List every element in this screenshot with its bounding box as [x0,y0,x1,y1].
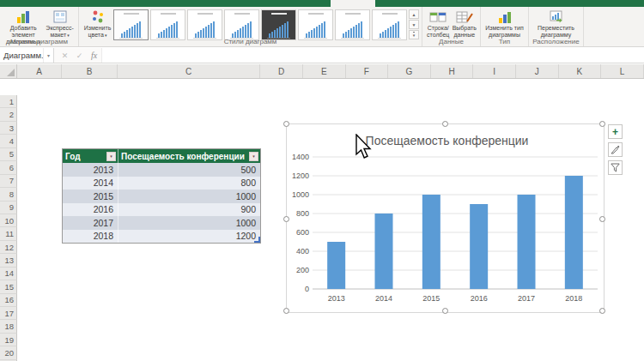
switch-row-column-icon [429,9,447,24]
chart-object[interactable]: Посещаемость конференции0200400600800100… [286,123,605,313]
chart-selection-handle[interactable] [442,308,448,314]
insert-function-icon[interactable]: fx [87,48,101,63]
quick-layout-button[interactable]: Экспресс-макет▾ [44,9,76,39]
column-header-D[interactable]: D [260,64,303,78]
change-chart-type-button[interactable]: Изменить тип диаграммы [483,9,526,39]
chart-style-thumbnail-7[interactable] [335,9,370,40]
table-cell-year[interactable]: 2016 [63,203,118,217]
bar-2017[interactable] [518,195,536,289]
filter-button-year[interactable]: ▾ [106,152,116,161]
row-header-1[interactable]: 1 [0,95,17,108]
table-cell-value[interactable]: 800 [118,177,260,190]
table-cell-year[interactable]: 2017 [63,216,118,230]
gallery-scroll-up-button[interactable]: ▲ [409,9,419,19]
chart-selection-handle[interactable] [599,308,605,314]
row-header-20[interactable]: 20 [0,346,17,359]
table-cell-year[interactable]: 2015 [63,190,118,203]
column-header-L[interactable]: L [601,64,644,78]
row-header-14[interactable]: 14 [0,268,17,280]
filter-arrow-icon: ▾ [110,153,112,159]
thumbnail-bar [390,27,392,38]
column-header-G[interactable]: G [388,64,431,78]
row-header-2[interactable]: 2 [0,108,17,121]
table-cell-year[interactable]: 2014 [63,177,118,190]
table-cell-value[interactable]: 500 [118,163,260,177]
select-data-label: Выбрать данные [453,25,477,39]
row-header-10[interactable]: 10 [0,214,17,227]
table-header-attendance[interactable]: Посещаемость конференции ▾ [118,149,260,163]
chart-selection-handle[interactable] [599,216,605,222]
table-cell-value[interactable]: 900 [118,203,260,217]
chart-selection-handle[interactable] [283,308,289,314]
move-chart-button[interactable]: Переместить диаграмму [532,9,580,39]
enter-icon[interactable]: ✓ [72,48,87,63]
row-header-4[interactable]: 4 [0,135,17,147]
chart-style-thumbnail-1[interactable] [113,9,149,40]
chart-style-thumbnail-3[interactable] [187,9,222,40]
bar-2015[interactable] [422,195,440,289]
table-cell-year[interactable]: 2013 [63,163,118,177]
row-header-8[interactable]: 8 [0,188,17,201]
table-cell-value[interactable]: 1200 [118,230,260,244]
column-header-K[interactable]: K [559,64,602,78]
cancel-icon[interactable]: ✕ [58,48,72,63]
thumbnail-title-line [124,13,139,15]
chart-style-thumbnail-6[interactable] [298,9,333,40]
chart-style-thumbnail-4[interactable] [224,9,259,40]
row-header-12[interactable]: 12 [0,241,17,254]
row-header-15[interactable]: 15 [0,280,17,293]
column-header-J[interactable]: J [516,64,559,78]
row-header-3[interactable]: 3 [0,122,17,135]
change-colors-icon [90,9,106,24]
formula-input[interactable] [101,48,644,63]
column-header-F[interactable]: F [346,64,389,78]
row-header-6[interactable]: 6 [0,161,17,174]
row-header-19[interactable]: 19 [0,334,17,346]
column-header-E[interactable]: E [303,64,346,78]
column-header-H[interactable]: H [431,64,474,78]
column-header-A[interactable]: A [17,64,62,78]
gallery-scroll-down-button[interactable]: ▼ [409,20,419,29]
bar-2016[interactable] [470,204,488,289]
chart-selection-handle[interactable] [442,121,448,127]
bar-2018[interactable] [565,176,583,289]
thumbnail-bar [242,27,244,38]
table-resize-handle[interactable] [254,237,260,243]
bar-2013[interactable] [327,242,345,289]
row-header-17[interactable]: 17 [0,307,17,320]
chart-style-thumbnail-5[interactable] [261,9,296,40]
table-cell-value[interactable]: 1000 [118,216,260,230]
chart-filters-button[interactable] [608,160,623,175]
table-cell-year[interactable]: 2018 [63,230,118,244]
row-header-13[interactable]: 13 [0,254,17,267]
name-box[interactable]: Диаграмм... [0,48,44,63]
chart-style-thumbnail-8[interactable] [372,9,407,40]
chart-elements-button[interactable]: + [608,124,623,139]
table-cell-value[interactable]: 1000 [118,190,260,203]
select-all-corner[interactable] [0,64,17,78]
row-header-11[interactable]: 11 [0,227,17,240]
row-header-7[interactable]: 7 [0,175,17,188]
chart-title[interactable]: Посещаемость конференции [366,134,529,147]
name-box-dropdown-icon[interactable]: ▾ [44,48,54,63]
chart-styles-button[interactable] [608,142,623,157]
row-header-5[interactable]: 5 [0,148,17,161]
thumbnail-bar [197,32,199,38]
row-header-9[interactable]: 9 [0,202,17,214]
row-header-16[interactable]: 16 [0,294,17,307]
column-header-C[interactable]: C [118,64,260,78]
change-colors-button[interactable]: Изменить цвета▾ [82,9,113,39]
select-data-button[interactable]: Выбрать данные [452,9,478,39]
filter-button-attendance[interactable]: ▾ [249,152,258,161]
chart-style-thumbnail-2[interactable] [150,9,185,40]
active-ribbon-tab[interactable] [331,0,375,7]
bar-2014[interactable] [375,214,393,289]
chart-selection-handle[interactable] [599,121,605,127]
column-header-I[interactable]: I [473,64,516,78]
chart-selection-handle[interactable] [283,121,289,127]
row-header-18[interactable]: 18 [0,320,17,333]
switch-row-column-button[interactable]: Строка/ столбец [425,9,452,39]
column-header-B[interactable]: B [62,64,118,78]
table-header-year[interactable]: Год ▾ [63,149,118,163]
chart-selection-handle[interactable] [283,216,289,222]
